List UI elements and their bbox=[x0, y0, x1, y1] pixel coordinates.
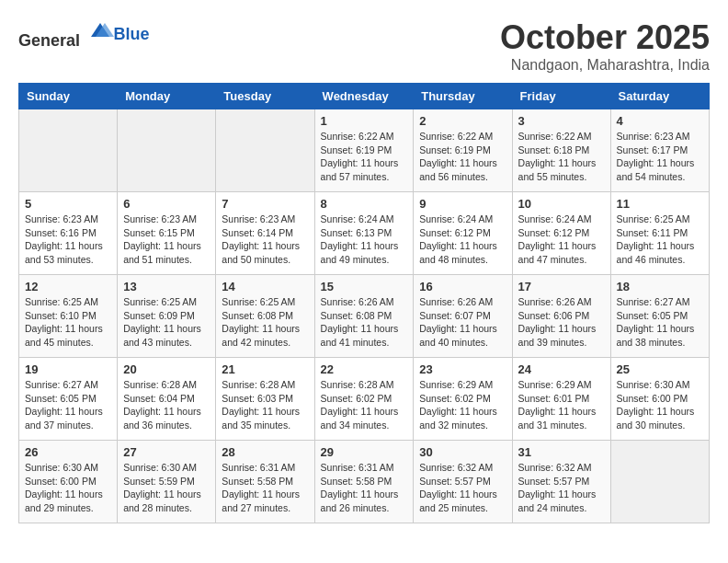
calendar-cell: 4Sunrise: 6:23 AMSunset: 6:17 PMDaylight… bbox=[610, 109, 709, 192]
calendar-cell: 6Sunrise: 6:23 AMSunset: 6:15 PMDaylight… bbox=[118, 192, 216, 275]
week-row-4: 19Sunrise: 6:27 AMSunset: 6:05 PMDayligh… bbox=[19, 358, 710, 441]
day-info: Sunrise: 6:23 AMSunset: 6:15 PMDaylight:… bbox=[123, 213, 210, 267]
day-number: 20 bbox=[123, 362, 210, 376]
day-info: Sunrise: 6:31 AMSunset: 5:58 PMDaylight:… bbox=[321, 461, 408, 515]
calendar-cell: 26Sunrise: 6:30 AMSunset: 6:00 PMDayligh… bbox=[19, 441, 118, 523]
day-number: 15 bbox=[321, 280, 408, 293]
week-row-3: 12Sunrise: 6:25 AMSunset: 6:10 PMDayligh… bbox=[19, 275, 710, 358]
day-number: 8 bbox=[321, 197, 408, 211]
day-number: 21 bbox=[222, 362, 308, 376]
calendar-cell bbox=[19, 109, 118, 192]
day-info: Sunrise: 6:25 AMSunset: 6:11 PMDaylight:… bbox=[617, 213, 703, 267]
calendar-cell: 7Sunrise: 6:23 AMSunset: 6:14 PMDaylight… bbox=[216, 192, 314, 275]
day-number: 17 bbox=[518, 280, 605, 293]
calendar-cell: 10Sunrise: 6:24 AMSunset: 6:12 PMDayligh… bbox=[512, 192, 610, 275]
logo: General Blue bbox=[18, 18, 150, 51]
day-number: 13 bbox=[123, 280, 210, 293]
day-number: 6 bbox=[123, 197, 210, 211]
day-info: Sunrise: 6:24 AMSunset: 6:12 PMDaylight:… bbox=[518, 213, 605, 267]
weekday-header-tuesday: Tuesday bbox=[216, 84, 314, 109]
day-info: Sunrise: 6:24 AMSunset: 6:12 PMDaylight:… bbox=[419, 213, 506, 267]
day-info: Sunrise: 6:23 AMSunset: 6:14 PMDaylight:… bbox=[222, 213, 308, 267]
day-info: Sunrise: 6:32 AMSunset: 5:57 PMDaylight:… bbox=[419, 461, 506, 515]
weekday-header-monday: Monday bbox=[118, 84, 216, 109]
day-number: 22 bbox=[321, 362, 408, 376]
day-info: Sunrise: 6:26 AMSunset: 6:08 PMDaylight:… bbox=[321, 295, 408, 350]
day-info: Sunrise: 6:26 AMSunset: 6:06 PMDaylight:… bbox=[518, 295, 605, 350]
day-info: Sunrise: 6:28 AMSunset: 6:04 PMDaylight:… bbox=[123, 378, 210, 432]
day-number: 26 bbox=[25, 445, 111, 459]
weekday-header-saturday: Saturday bbox=[610, 84, 709, 109]
calendar-cell: 8Sunrise: 6:24 AMSunset: 6:13 PMDaylight… bbox=[314, 192, 414, 275]
calendar-cell: 2Sunrise: 6:22 AMSunset: 6:19 PMDaylight… bbox=[414, 109, 512, 192]
day-number: 19 bbox=[25, 362, 111, 376]
calendar-cell: 11Sunrise: 6:25 AMSunset: 6:11 PMDayligh… bbox=[610, 192, 709, 275]
calendar-cell: 9Sunrise: 6:24 AMSunset: 6:12 PMDaylight… bbox=[414, 192, 512, 275]
day-number: 16 bbox=[419, 280, 506, 293]
calendar-cell: 14Sunrise: 6:25 AMSunset: 6:08 PMDayligh… bbox=[216, 275, 314, 358]
calendar-cell: 12Sunrise: 6:25 AMSunset: 6:10 PMDayligh… bbox=[19, 275, 118, 358]
day-info: Sunrise: 6:28 AMSunset: 6:02 PMDaylight:… bbox=[321, 378, 408, 432]
calendar-cell: 22Sunrise: 6:28 AMSunset: 6:02 PMDayligh… bbox=[314, 358, 414, 441]
day-number: 2 bbox=[419, 114, 506, 128]
day-number: 1 bbox=[321, 114, 408, 128]
calendar-cell: 17Sunrise: 6:26 AMSunset: 6:06 PMDayligh… bbox=[512, 275, 610, 358]
day-number: 25 bbox=[617, 362, 703, 376]
calendar-cell: 30Sunrise: 6:32 AMSunset: 5:57 PMDayligh… bbox=[414, 441, 512, 523]
location-title: Nandgaon, Maharashtra, India bbox=[500, 57, 710, 74]
calendar-cell: 27Sunrise: 6:30 AMSunset: 5:59 PMDayligh… bbox=[118, 441, 216, 523]
calendar-cell: 23Sunrise: 6:29 AMSunset: 6:02 PMDayligh… bbox=[414, 358, 512, 441]
calendar-cell: 16Sunrise: 6:26 AMSunset: 6:07 PMDayligh… bbox=[414, 275, 512, 358]
calendar-cell: 3Sunrise: 6:22 AMSunset: 6:18 PMDaylight… bbox=[512, 109, 610, 192]
week-row-1: 1Sunrise: 6:22 AMSunset: 6:19 PMDaylight… bbox=[19, 109, 710, 192]
day-number: 18 bbox=[617, 280, 703, 293]
day-info: Sunrise: 6:30 AMSunset: 6:00 PMDaylight:… bbox=[617, 378, 703, 432]
day-number: 10 bbox=[518, 197, 605, 211]
calendar-cell: 20Sunrise: 6:28 AMSunset: 6:04 PMDayligh… bbox=[118, 358, 216, 441]
weekday-header-sunday: Sunday bbox=[19, 84, 118, 109]
logo-icon bbox=[86, 18, 114, 46]
day-info: Sunrise: 6:30 AMSunset: 5:59 PMDaylight:… bbox=[123, 461, 210, 515]
day-info: Sunrise: 6:25 AMSunset: 6:10 PMDaylight:… bbox=[25, 295, 111, 350]
day-info: Sunrise: 6:27 AMSunset: 6:05 PMDaylight:… bbox=[617, 295, 703, 350]
day-info: Sunrise: 6:28 AMSunset: 6:03 PMDaylight:… bbox=[222, 378, 308, 432]
day-info: Sunrise: 6:25 AMSunset: 6:09 PMDaylight:… bbox=[123, 295, 210, 350]
day-info: Sunrise: 6:22 AMSunset: 6:18 PMDaylight:… bbox=[518, 130, 605, 184]
day-info: Sunrise: 6:31 AMSunset: 5:58 PMDaylight:… bbox=[222, 461, 308, 515]
logo-blue-text: Blue bbox=[114, 25, 150, 44]
day-info: Sunrise: 6:24 AMSunset: 6:13 PMDaylight:… bbox=[321, 213, 408, 267]
calendar-cell: 13Sunrise: 6:25 AMSunset: 6:09 PMDayligh… bbox=[118, 275, 216, 358]
day-info: Sunrise: 6:32 AMSunset: 5:57 PMDaylight:… bbox=[518, 461, 605, 515]
day-number: 28 bbox=[222, 445, 308, 459]
calendar-cell: 25Sunrise: 6:30 AMSunset: 6:00 PMDayligh… bbox=[610, 358, 709, 441]
month-title: October 2025 bbox=[500, 18, 710, 57]
day-number: 9 bbox=[419, 197, 506, 211]
weekday-header-row: SundayMondayTuesdayWednesdayThursdayFrid… bbox=[19, 84, 710, 109]
day-info: Sunrise: 6:29 AMSunset: 6:01 PMDaylight:… bbox=[518, 378, 605, 432]
week-row-2: 5Sunrise: 6:23 AMSunset: 6:16 PMDaylight… bbox=[19, 192, 710, 275]
day-number: 14 bbox=[222, 280, 308, 293]
day-number: 24 bbox=[518, 362, 605, 376]
weekday-header-thursday: Thursday bbox=[414, 84, 512, 109]
calendar-cell: 1Sunrise: 6:22 AMSunset: 6:19 PMDaylight… bbox=[314, 109, 414, 192]
calendar-cell: 21Sunrise: 6:28 AMSunset: 6:03 PMDayligh… bbox=[216, 358, 314, 441]
day-info: Sunrise: 6:22 AMSunset: 6:19 PMDaylight:… bbox=[321, 130, 408, 184]
calendar-cell: 19Sunrise: 6:27 AMSunset: 6:05 PMDayligh… bbox=[19, 358, 118, 441]
day-info: Sunrise: 6:26 AMSunset: 6:07 PMDaylight:… bbox=[419, 295, 506, 350]
week-row-5: 26Sunrise: 6:30 AMSunset: 6:00 PMDayligh… bbox=[19, 441, 710, 523]
calendar-cell: 18Sunrise: 6:27 AMSunset: 6:05 PMDayligh… bbox=[610, 275, 709, 358]
calendar-cell: 28Sunrise: 6:31 AMSunset: 5:58 PMDayligh… bbox=[216, 441, 314, 523]
weekday-header-wednesday: Wednesday bbox=[314, 84, 414, 109]
weekday-header-friday: Friday bbox=[512, 84, 610, 109]
calendar-table: SundayMondayTuesdayWednesdayThursdayFrid… bbox=[18, 83, 710, 523]
day-number: 7 bbox=[222, 197, 308, 211]
day-info: Sunrise: 6:23 AMSunset: 6:17 PMDaylight:… bbox=[617, 130, 703, 184]
page-header: General Blue October 2025 Nandgaon, Maha… bbox=[18, 18, 710, 74]
day-number: 11 bbox=[617, 197, 703, 211]
day-info: Sunrise: 6:29 AMSunset: 6:02 PMDaylight:… bbox=[419, 378, 506, 432]
day-number: 4 bbox=[617, 114, 703, 128]
day-info: Sunrise: 6:22 AMSunset: 6:19 PMDaylight:… bbox=[419, 130, 506, 184]
calendar-cell: 24Sunrise: 6:29 AMSunset: 6:01 PMDayligh… bbox=[512, 358, 610, 441]
day-info: Sunrise: 6:23 AMSunset: 6:16 PMDaylight:… bbox=[25, 213, 111, 267]
day-info: Sunrise: 6:30 AMSunset: 6:00 PMDaylight:… bbox=[25, 461, 111, 515]
